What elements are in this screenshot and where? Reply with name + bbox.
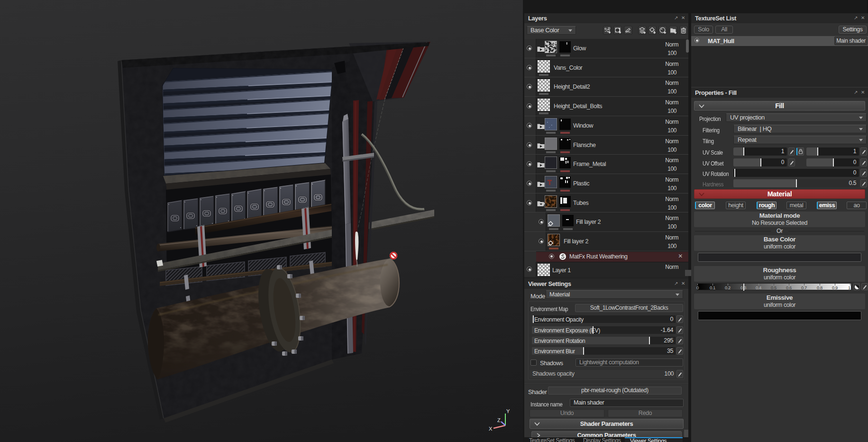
svg-text:X: X	[489, 426, 493, 432]
svg-text:Y: Y	[506, 408, 510, 414]
svg-text:Z: Z	[497, 417, 501, 423]
